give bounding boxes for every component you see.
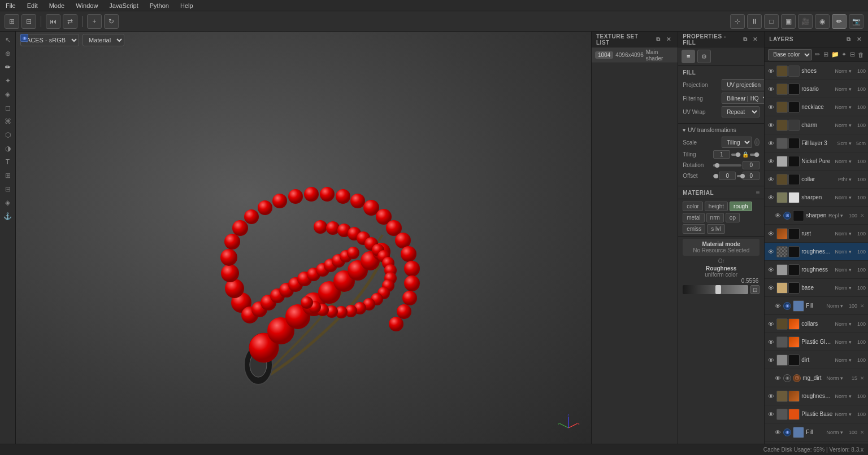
sidebar-mask-btn[interactable]: ⊟ [2, 183, 14, 195]
layer-item-rosario[interactable]: 👁 rosario Norm ▾ 100 [765, 80, 868, 98]
layer-vis-rosario[interactable]: 👁 [767, 85, 775, 93]
layer-vis-collar[interactable]: 👁 [767, 176, 775, 183]
sidebar-layers-btn[interactable]: ⊞ [2, 169, 14, 182]
toolbar-camera-btn[interactable]: 🎥 [798, 14, 813, 29]
channel-rough-btn[interactable]: rough [730, 202, 752, 211]
menu-mode[interactable]: Mode [47, 2, 67, 9]
layer-item-dirt[interactable]: 👁 dirt Norm ▾ 100 [765, 351, 868, 369]
projection-select[interactable]: UV projection [722, 79, 764, 90]
layer-vis-nickel[interactable]: 👁 [767, 158, 775, 165]
layer-vis-dirt[interactable]: 👁 [767, 356, 775, 364]
sidebar-smudge-btn[interactable]: ✦ [2, 75, 14, 87]
layer-item-fill3[interactable]: 👁 Fill layer 3 Scm ▾ 5cm [765, 134, 868, 152]
layer-item-rust[interactable]: 👁 rust Norm ▾ 100 [765, 225, 868, 243]
layer-vis-fill-sub[interactable]: 👁 [774, 302, 782, 310]
layers-add-fill-btn[interactable]: ⊞ [822, 49, 829, 60]
layer-item-collar[interactable]: 👁 collar Pthr ▾ 100 [765, 170, 868, 189]
layers-add-paint-btn[interactable]: ✏ [814, 49, 821, 60]
menu-python[interactable]: Python [147, 2, 171, 9]
layer-item-roughness-variati[interactable]: 👁 roughness variati.. Norm ▾ 100 [765, 387, 868, 405]
render-mode-select[interactable]: Material [83, 34, 124, 46]
texture-set-close-btn[interactable]: ✕ [664, 35, 673, 44]
toolbar-brush-btn[interactable]: ✏ [832, 14, 847, 29]
material-settings-icon[interactable]: ≡ [756, 189, 760, 196]
toolbar-arrows-btn[interactable]: ⇄ [63, 14, 77, 29]
sidebar-projection-btn[interactable]: ⬡ [2, 129, 14, 141]
rotation-slider[interactable] [713, 164, 741, 167]
offset-slider1[interactable] [713, 175, 718, 177]
offset-value1-input[interactable] [719, 172, 736, 180]
texture-set-expand-btn[interactable]: ⧉ [654, 35, 663, 44]
uvwrap-select[interactable]: Repeat [722, 106, 760, 117]
layer-item-fill-sub2[interactable]: 👁 ◉ Fill Norm ▾ 100 ✕ [765, 423, 868, 441]
channel-metal-btn[interactable]: metal [683, 213, 704, 222]
menu-javascript[interactable]: JavaScript [107, 2, 140, 9]
layer-vis-necklace[interactable]: 👁 [767, 103, 775, 111]
menu-file[interactable]: File [3, 2, 18, 9]
channel-slvl-btn[interactable]: s lvl [707, 224, 724, 234]
layer-vis-plastic-glossy[interactable]: 👁 [767, 338, 775, 346]
toolbar-cursor-btn[interactable]: ⊹ [730, 14, 745, 29]
properties-scroll[interactable]: ≡ ⚙ FILL Projection UV projection Filter… [678, 47, 764, 444]
layer-vis-charm[interactable]: 👁 [767, 121, 775, 129]
layers-add-folder-btn[interactable]: 📁 [831, 49, 839, 60]
layer-vis-base[interactable]: 👁 [767, 284, 775, 292]
layers-add-effect-btn[interactable]: ✦ [841, 49, 848, 60]
layer-vis-roughness-variati[interactable]: 👁 [767, 392, 775, 400]
layer-vis-rust[interactable]: 👁 [767, 230, 775, 238]
channel-emiss-btn[interactable]: emiss [683, 224, 705, 234]
layer-item-base[interactable]: 👁 base Norm ▾ 100 [765, 279, 868, 297]
layer-item-sharpen2[interactable]: 👁 ⊞ sharpen Repl ▾ 100 ✕ [765, 207, 868, 225]
prop-tab-fill[interactable]: ≡ [682, 50, 695, 63]
tiling-value1-input[interactable] [713, 150, 730, 159]
layers-duplicate-btn[interactable]: ⊟ [849, 49, 856, 60]
menu-help[interactable]: Help [178, 2, 196, 9]
layers-list[interactable]: 👁 shoes Norm ▾ 100 👁 ros [765, 62, 868, 444]
roughness-expand-btn[interactable]: ⊡ [750, 285, 760, 294]
layer-vis-collars[interactable]: 👁 [767, 320, 775, 328]
layer-vis-fill3[interactable]: 👁 [767, 139, 775, 147]
channel-op-btn[interactable]: op [726, 213, 740, 222]
layer-item-roughness[interactable]: 👁 roughness Norm ▾ 100 [765, 261, 868, 279]
layer-item-necklace[interactable]: 👁 necklace Norm ▾ 100 [765, 98, 868, 116]
menu-edit[interactable]: Edit [25, 2, 40, 9]
toolbar-photo-btn[interactable]: 📷 [849, 14, 863, 29]
offset-value2-input[interactable] [743, 172, 760, 180]
layer-vis-roughness[interactable]: 👁 [767, 266, 775, 274]
viewport[interactable]: ◉ ACES - sRGB Material [16, 32, 591, 444]
layer-close-fill-sub2[interactable]: ✕ [859, 429, 866, 436]
sidebar-anchor-btn[interactable]: ⚓ [2, 210, 14, 222]
uv-transform-header[interactable]: ▾ UV transformations [683, 127, 760, 133]
sidebar-color-btn[interactable]: ◑ [2, 142, 14, 155]
toolbar-grid9-btn[interactable]: ⊟ [21, 14, 36, 29]
toolbar-skip-back-btn[interactable]: ⏮ [46, 14, 60, 29]
filtering-select[interactable]: Bilinear | HQ [722, 93, 764, 104]
menu-window[interactable]: Window [73, 2, 100, 9]
layer-vis-shoes[interactable]: 👁 [767, 67, 775, 75]
layer-item-mg-dirt[interactable]: 👁 ◉ ⊞ mg_dirt Norm ▾ 15 ✕ [765, 369, 868, 387]
toolbar-record-btn[interactable]: ◉ [815, 14, 830, 29]
layer-vis-fill-sub2[interactable]: 👁 [774, 428, 782, 436]
layer-vis-mg-dirt[interactable]: 👁 [774, 374, 782, 382]
layer-item-nickel[interactable]: 👁 Nickel Pure Norm ▾ 100 [765, 152, 868, 170]
channel-height-btn[interactable]: height [705, 202, 728, 211]
layer-close-sharpen2[interactable]: ✕ [859, 212, 866, 219]
toolbar-grid4-btn[interactable]: ⊞ [5, 14, 19, 29]
sidebar-transform-btn[interactable]: ⊕ [2, 47, 14, 60]
rotation-value-input[interactable] [743, 161, 760, 169]
layer-close-mg-dirt[interactable]: ✕ [859, 375, 866, 382]
sidebar-select-btn[interactable]: ↖ [2, 34, 14, 46]
layer-item-plastic-base[interactable]: 👁 Plastic Base Norm ▾ 100 [765, 405, 868, 423]
toolbar-pause-btn[interactable]: ⏸ [747, 14, 762, 29]
roughness-slider[interactable] [683, 285, 748, 294]
scale-select[interactable]: Tiling [722, 137, 752, 148]
layer-vis-plastic-base[interactable]: 👁 [767, 410, 775, 418]
sidebar-paint-btn[interactable]: ✏ [2, 61, 14, 73]
layer-item-sharpen1[interactable]: 👁 sharpen Norm ▾ 100 [765, 189, 868, 207]
channel-color-btn[interactable]: color [683, 202, 703, 211]
tiling-lock-icon[interactable]: 🔒 [742, 151, 749, 158]
sidebar-text-btn[interactable]: T [2, 156, 14, 168]
layer-vis-sharpen1[interactable]: 👁 [767, 194, 775, 202]
blend-mode-select[interactable]: Base color [768, 49, 812, 60]
layers-close-btn[interactable]: ✕ [854, 35, 863, 44]
